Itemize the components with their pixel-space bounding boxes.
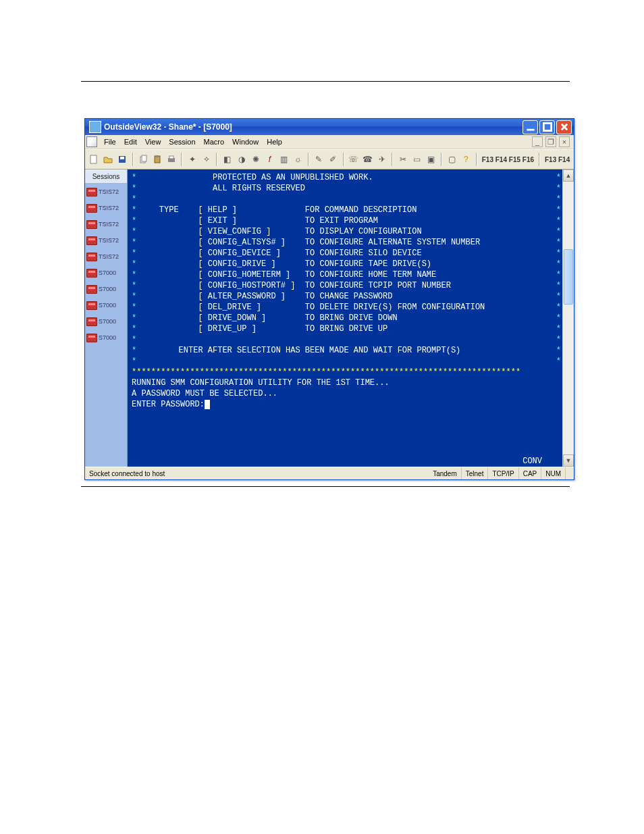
session-icon bbox=[86, 253, 97, 261]
svg-rect-1 bbox=[543, 123, 551, 130]
terminal[interactable]: * PROTECTED AS AN UNPUBLISHED WORK.** AL… bbox=[128, 170, 562, 467]
menu-item-macro[interactable]: Macro bbox=[200, 136, 229, 147]
page-rule-top bbox=[81, 81, 570, 82]
function-icon[interactable]: f bbox=[263, 153, 276, 166]
session-item[interactable]: S7000 bbox=[85, 297, 127, 313]
menu-item-session[interactable]: Session bbox=[165, 136, 199, 147]
document-icon[interactable] bbox=[86, 136, 97, 147]
status-pane bbox=[565, 467, 574, 479]
terminal-prompt: ENTER PASSWORD: bbox=[132, 400, 205, 409]
app-icon bbox=[89, 121, 101, 133]
session-item[interactable]: S7000 bbox=[85, 265, 127, 281]
close-button[interactable] bbox=[556, 120, 572, 134]
session-label: S7000 bbox=[99, 334, 116, 341]
paste-icon[interactable] bbox=[151, 153, 164, 166]
session-label: TSIS72 bbox=[99, 253, 119, 260]
session-icon bbox=[86, 236, 97, 245]
session-label: TSIS72 bbox=[99, 237, 119, 244]
menu-item-file[interactable]: File bbox=[100, 136, 120, 147]
tool-icon-3[interactable]: ◧ bbox=[221, 153, 234, 166]
session-icon bbox=[86, 220, 97, 229]
minimize-icon bbox=[526, 122, 535, 132]
page-rule-bottom bbox=[81, 486, 570, 487]
vertical-scrollbar[interactable]: ▲ ▼ bbox=[562, 170, 574, 467]
fkeys-label-left[interactable]: F13 F14 F15 F16 bbox=[481, 156, 535, 163]
svg-rect-4 bbox=[120, 157, 124, 159]
status-pane: Telnet bbox=[461, 467, 488, 479]
open-icon[interactable] bbox=[102, 153, 115, 166]
status-pane: CAP bbox=[518, 467, 541, 479]
tool-icon-6[interactable]: ▥ bbox=[277, 153, 290, 166]
close-icon bbox=[560, 122, 569, 132]
session-item[interactable]: TSIS72 bbox=[85, 184, 127, 200]
titlebar[interactable]: OutsideView32 - Shane* - [S7000] bbox=[85, 119, 574, 135]
session-icon bbox=[86, 285, 97, 294]
sessions-panel: Sessions TSIS72TSIS72TSIS72TSIS72TSIS72S… bbox=[85, 170, 128, 467]
session-label: S7000 bbox=[99, 302, 116, 309]
tool-icon-2[interactable]: ✧ bbox=[200, 153, 213, 166]
terminal-mode: CONV bbox=[522, 456, 562, 467]
menu-item-window[interactable]: Window bbox=[228, 136, 263, 147]
scroll-down-button[interactable]: ▼ bbox=[563, 454, 574, 467]
session-icon bbox=[86, 188, 97, 197]
minimize-button[interactable] bbox=[522, 120, 538, 134]
session-item[interactable]: S7000 bbox=[85, 330, 127, 346]
session-label: TSIS72 bbox=[99, 221, 119, 228]
new-icon[interactable] bbox=[88, 153, 101, 166]
tool-icon-1[interactable]: ✦ bbox=[186, 153, 198, 166]
fkeys-label-right[interactable]: F13 F14 bbox=[543, 156, 571, 163]
menu-item-edit[interactable]: Edit bbox=[120, 136, 141, 147]
tool-icon-4[interactable]: ◑ bbox=[235, 153, 248, 166]
session-label: S7000 bbox=[99, 269, 116, 276]
status-connection: Socket connected to host bbox=[85, 467, 429, 479]
scroll-thumb[interactable] bbox=[564, 249, 573, 305]
save-icon[interactable] bbox=[116, 153, 129, 166]
copy-icon[interactable] bbox=[137, 153, 150, 166]
status-pane: Tandem bbox=[429, 467, 461, 479]
mdi-restore-button[interactable]: ❐ bbox=[545, 136, 556, 147]
session-label: S7000 bbox=[99, 286, 116, 292]
session-item[interactable]: TSIS72 bbox=[85, 216, 127, 232]
session-item[interactable]: S7000 bbox=[85, 313, 127, 330]
tool-icon-7[interactable]: ☼ bbox=[292, 153, 304, 166]
sessions-header[interactable]: Sessions bbox=[85, 170, 127, 184]
scroll-up-button[interactable]: ▲ bbox=[563, 170, 574, 182]
maximize-icon bbox=[543, 122, 552, 132]
tool-icon-10[interactable]: ☏ bbox=[348, 153, 360, 166]
scroll-track[interactable] bbox=[563, 182, 574, 454]
session-icon bbox=[86, 334, 97, 342]
status-pane: TCP/IP bbox=[487, 467, 518, 479]
help-icon[interactable]: ? bbox=[460, 153, 473, 166]
print-icon[interactable] bbox=[165, 153, 178, 166]
tool-icon-13[interactable]: ✂ bbox=[396, 153, 409, 166]
menubar: FileEditViewSessionMacroWindowHelp _ ❐ × bbox=[85, 135, 574, 149]
menu-item-help[interactable]: Help bbox=[263, 136, 286, 147]
tool-icon-5[interactable]: ✺ bbox=[249, 153, 262, 166]
maximize-button[interactable] bbox=[539, 120, 555, 134]
tool-icon-15[interactable]: ▣ bbox=[425, 153, 437, 166]
status-pane: NUM bbox=[541, 467, 565, 479]
session-icon bbox=[86, 269, 97, 278]
tool-icon-9[interactable]: ✐ bbox=[327, 153, 340, 166]
mdi-minimize-button[interactable]: _ bbox=[532, 136, 543, 147]
tool-icon-11[interactable]: ☎ bbox=[361, 153, 374, 166]
session-icon bbox=[86, 204, 97, 213]
session-item[interactable]: TSIS72 bbox=[85, 249, 127, 265]
session-item[interactable]: S7000 bbox=[85, 281, 127, 297]
session-item[interactable]: TSIS72 bbox=[85, 200, 127, 216]
application-window: OutsideView32 - Shane* - [S7000] FileEdi… bbox=[84, 118, 574, 480]
svg-rect-2 bbox=[90, 155, 97, 163]
tool-icon-16[interactable]: ▢ bbox=[446, 153, 458, 166]
session-item[interactable]: TSIS72 bbox=[85, 232, 127, 249]
svg-rect-6 bbox=[142, 155, 146, 161]
tool-icon-8[interactable]: ✎ bbox=[313, 153, 325, 166]
toolbar: ✦ ✧ ◧ ◑ ✺ f ▥ ☼ ✎ ✐ ☏ ☎ ✈ ✂ ▭ ▣ ▢ ? F13 … bbox=[85, 149, 574, 170]
svg-rect-8 bbox=[156, 155, 159, 157]
session-label: S7000 bbox=[99, 318, 116, 325]
tool-icon-14[interactable]: ▭ bbox=[410, 153, 423, 166]
mdi-close-button[interactable]: × bbox=[559, 136, 570, 147]
tool-icon-12[interactable]: ✈ bbox=[375, 153, 388, 166]
svg-rect-10 bbox=[169, 156, 173, 159]
session-label: TSIS72 bbox=[99, 205, 119, 211]
menu-item-view[interactable]: View bbox=[141, 136, 165, 147]
